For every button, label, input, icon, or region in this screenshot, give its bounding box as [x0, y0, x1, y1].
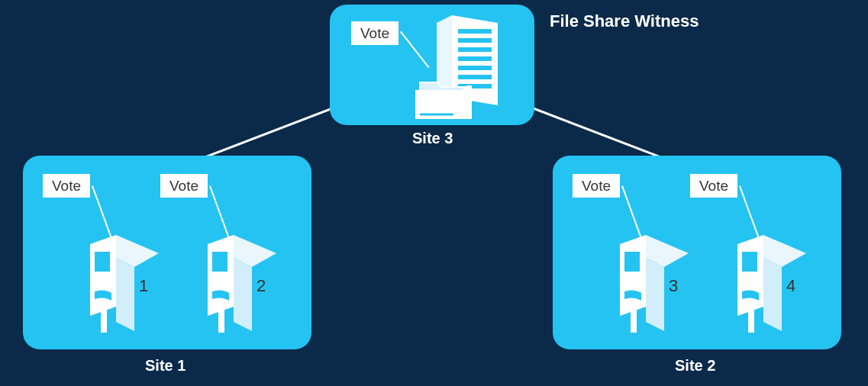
site2-node4-number: 4 — [786, 276, 795, 296]
svg-rect-23 — [218, 299, 224, 330]
svg-rect-4 — [458, 47, 492, 52]
svg-marker-21 — [234, 258, 252, 331]
svg-rect-18 — [101, 326, 107, 333]
site1-node2-number: 2 — [257, 276, 266, 296]
site1-node2-vote-tag: Vote — [160, 174, 208, 198]
svg-marker-33 — [763, 258, 782, 331]
svg-rect-34 — [742, 252, 757, 272]
site2-label: Site 2 — [675, 357, 715, 375]
site2-node3-vote-tag: Vote — [573, 174, 620, 198]
svg-rect-6 — [458, 66, 492, 70]
svg-rect-30 — [631, 326, 637, 333]
site1-node1-number: 1 — [139, 276, 148, 296]
svg-rect-28 — [624, 252, 640, 272]
server-icon — [620, 235, 689, 334]
site2-node3-number: 3 — [669, 276, 678, 296]
svg-rect-24 — [218, 326, 224, 333]
svg-rect-2 — [458, 29, 492, 34]
site1-node1-vote-tag: Vote — [43, 174, 90, 198]
folder-icon — [415, 76, 472, 119]
server-icon — [90, 235, 159, 334]
svg-rect-3 — [458, 38, 492, 43]
svg-rect-17 — [101, 299, 107, 330]
site3-vote-tag: Vote — [351, 21, 399, 45]
server-icon — [208, 235, 276, 334]
server-icon — [737, 235, 806, 334]
diagram-title: File Share Witness — [550, 11, 699, 31]
site1-label: Site 1 — [145, 357, 186, 375]
site2-node4-vote-tag: Vote — [690, 174, 737, 198]
svg-rect-16 — [95, 252, 110, 272]
svg-marker-27 — [646, 258, 664, 331]
svg-marker-15 — [116, 258, 134, 331]
svg-rect-22 — [212, 252, 227, 272]
site3-label: Site 3 — [412, 130, 453, 147]
svg-rect-5 — [458, 56, 492, 61]
svg-rect-35 — [748, 299, 754, 330]
svg-rect-36 — [748, 326, 754, 333]
svg-rect-29 — [631, 299, 637, 330]
